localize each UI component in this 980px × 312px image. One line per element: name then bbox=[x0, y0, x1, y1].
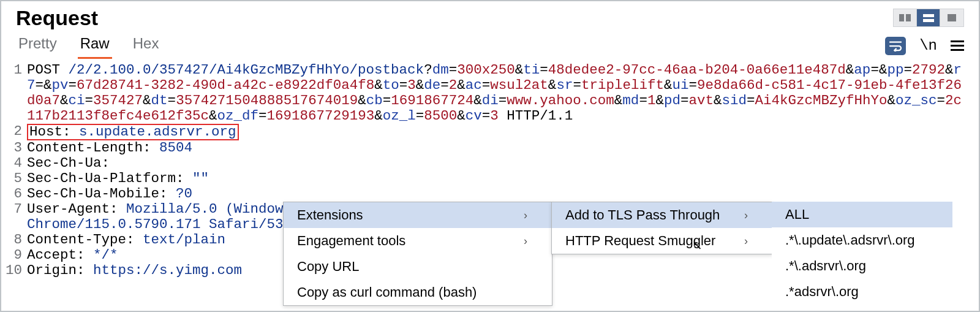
newline-toggle[interactable]: \n bbox=[919, 37, 937, 54]
single-view-button[interactable] bbox=[940, 9, 963, 26]
line-number: 8 bbox=[1, 232, 27, 248]
menu-item-label: Engagement tools bbox=[297, 233, 405, 249]
line-number: 3 bbox=[1, 140, 27, 156]
request-line: 1 POST /2/2.100.0/357427/Ai4kGzcMBZyfHhY… bbox=[1, 63, 979, 124]
menu-item-label: .*\.update\.adsrvr\.org bbox=[785, 232, 915, 248]
line-number: 5 bbox=[1, 171, 27, 186]
chevron-right-icon: › bbox=[744, 235, 748, 248]
context-sub-submenu: ALL.*\.update\.adsrvr\.org.*\.adsrvr\.or… bbox=[772, 202, 952, 305]
cursor-icon: ↖ bbox=[692, 238, 703, 253]
menu-item[interactable]: .*\.adsrvr\.org bbox=[772, 253, 952, 279]
context-submenu: Add to TLS Pass Through›HTTP Request Smu… bbox=[551, 202, 773, 254]
chevron-right-icon: › bbox=[524, 235, 527, 248]
line-number: 7 bbox=[1, 202, 27, 232]
chevron-right-icon: › bbox=[524, 209, 527, 222]
menu-item[interactable]: .*\.update\.adsrvr\.org bbox=[772, 227, 952, 253]
menu-item[interactable]: Copy as curl command (bash) bbox=[284, 280, 552, 305]
hamburger-icon[interactable] bbox=[951, 40, 964, 51]
menu-item-label: Copy URL bbox=[297, 259, 359, 275]
tab-raw[interactable]: Raw bbox=[78, 32, 112, 59]
header-line: 4Sec-Ch-Ua: bbox=[1, 156, 979, 171]
menu-item-label: .*\.adsrvr\.org bbox=[785, 258, 866, 274]
header-line: 5Sec-Ch-Ua-Platform: "" bbox=[1, 171, 979, 186]
menu-item[interactable]: Add to TLS Pass Through› bbox=[552, 202, 772, 228]
split-view-button[interactable] bbox=[894, 9, 917, 26]
line-wrap-icon bbox=[889, 40, 902, 51]
menu-item-label: ALL bbox=[785, 207, 809, 223]
line-number: 1 bbox=[1, 63, 27, 124]
tab-hex[interactable]: Hex bbox=[130, 32, 162, 59]
line-number: 9 bbox=[1, 248, 27, 263]
menu-item[interactable]: HTTP Request Smuggler› bbox=[552, 228, 772, 254]
panel-title: Request bbox=[16, 6, 98, 30]
menu-item[interactable]: Copy URL bbox=[284, 254, 552, 280]
tab-pretty[interactable]: Pretty bbox=[16, 32, 59, 59]
context-menu: Extensions›Engagement tools›Copy URLCopy… bbox=[283, 202, 552, 306]
menu-item-label: Add to TLS Pass Through bbox=[565, 207, 720, 223]
menu-item-label: Copy as curl command (bash) bbox=[297, 284, 477, 300]
line-number: 6 bbox=[1, 186, 27, 202]
tabs: Pretty Raw Hex bbox=[16, 32, 161, 59]
line-wrap-button[interactable] bbox=[885, 37, 906, 55]
chevron-right-icon: › bbox=[744, 209, 748, 222]
horizontal-view-button[interactable] bbox=[917, 9, 940, 26]
menu-item[interactable]: ALL bbox=[772, 202, 952, 227]
header-line: 6Sec-Ch-Ua-Mobile: ?0 bbox=[1, 186, 979, 202]
header-line: 2Host: s.update.adsrvr.org bbox=[1, 124, 979, 140]
menu-item[interactable]: Engagement tools› bbox=[284, 228, 552, 254]
menu-item-label: Extensions bbox=[297, 207, 363, 223]
editor-controls: \n bbox=[885, 37, 964, 55]
menu-item-label: .*adsrvr\.org bbox=[785, 284, 859, 300]
header-line: 3Content-Length: 8504 bbox=[1, 140, 979, 156]
menu-item[interactable]: Extensions› bbox=[284, 202, 552, 228]
line-number: 10 bbox=[1, 263, 27, 278]
line-number: 2 bbox=[1, 124, 27, 140]
view-toggle bbox=[893, 9, 964, 27]
menu-item[interactable]: .*adsrvr\.org bbox=[772, 279, 952, 305]
line-number: 4 bbox=[1, 156, 27, 171]
